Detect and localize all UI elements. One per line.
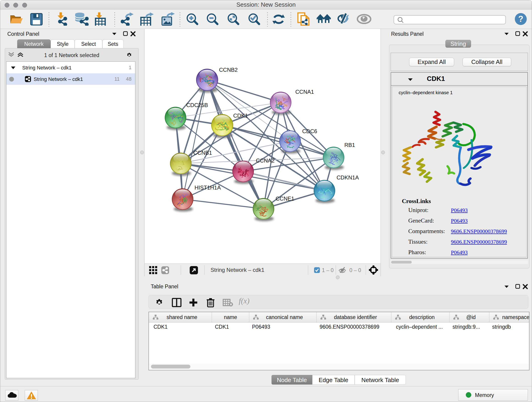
svg-text:CCNA1: CCNA1: [295, 89, 314, 95]
svg-text:CDKN1A: CDKN1A: [336, 174, 359, 181]
svg-text:CDK1: CDK1: [233, 113, 248, 119]
svg-text:CCNB1: CCNB1: [193, 150, 212, 156]
svg-text:CCNE1: CCNE1: [276, 196, 294, 202]
svg-text:CCNA2: CCNA2: [256, 157, 274, 164]
svg-text:CCNB2: CCNB2: [219, 67, 238, 73]
svg-text:CDC25B: CDC25B: [186, 102, 208, 108]
svg-text:RB1: RB1: [344, 142, 355, 148]
svg-text:?: ?: [518, 14, 523, 24]
svg-text:CDC6: CDC6: [302, 128, 317, 134]
svg-text:HIST1H1A: HIST1H1A: [195, 185, 221, 191]
